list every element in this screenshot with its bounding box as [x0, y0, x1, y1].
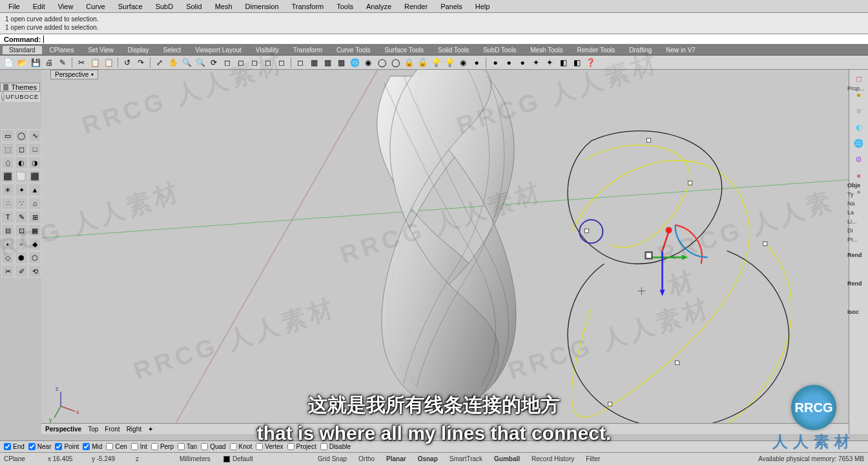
toolbar-icon[interactable]: 🔍: [181, 57, 192, 68]
vptab-add[interactable]: ✦: [148, 426, 153, 433]
panel-tab-icon[interactable]: ◐: [851, 120, 867, 134]
toolbar-icon[interactable]: ◉: [457, 57, 469, 68]
command-line[interactable]: Command:: [0, 34, 868, 45]
tab-subdtools[interactable]: SubD Tools: [477, 46, 522, 54]
menu-view[interactable]: View: [52, 1, 79, 12]
status-recordhistory[interactable]: Record History: [532, 455, 574, 462]
status-planar[interactable]: Planar: [386, 455, 406, 462]
menu-mesh[interactable]: Mesh: [209, 1, 238, 12]
osnap-disable[interactable]: Disable: [320, 443, 351, 450]
status-filter[interactable]: Filter: [586, 455, 600, 462]
toolbar-icon[interactable]: ◯: [389, 57, 401, 68]
vptab-perspective[interactable]: Perspective: [45, 426, 81, 433]
panel-tab-icon[interactable]: ≡: [851, 104, 867, 118]
menu-dimension[interactable]: Dimension: [240, 1, 285, 12]
osnap-vertex[interactable]: Vertex: [256, 443, 283, 450]
tab-setview[interactable]: Set View: [81, 46, 119, 54]
toolbar-icon[interactable]: ↷: [135, 57, 147, 68]
chevron-down-icon[interactable]: ▾: [91, 72, 94, 78]
toolbar-icon[interactable]: ✂: [76, 57, 87, 68]
toolbar-icon[interactable]: ●: [503, 57, 515, 68]
tab-standard[interactable]: Standard: [3, 46, 42, 54]
toolbar-icon[interactable]: ◻: [262, 57, 274, 68]
tab-drafting[interactable]: Drafting: [623, 46, 658, 54]
menu-subd[interactable]: SubD: [150, 1, 180, 12]
toolbar-icon[interactable]: 🌐: [349, 57, 360, 68]
toolbar-icon[interactable]: 💡: [430, 57, 442, 68]
toolbar-icon[interactable]: ◧: [557, 57, 569, 68]
toolbar-icon[interactable]: ↺: [121, 57, 133, 68]
toolbar-icon[interactable]: ✎: [57, 57, 68, 68]
tab-visibility[interactable]: Visibility: [249, 46, 285, 54]
osnap-tan[interactable]: Tan: [178, 443, 197, 450]
toolbar-icon[interactable]: ✦: [530, 57, 542, 68]
vptab-right[interactable]: Right: [127, 426, 141, 433]
toolbar-icon[interactable]: 💡: [444, 57, 455, 68]
menu-tools[interactable]: Tools: [331, 1, 359, 12]
osnap-knot[interactable]: Knot: [230, 443, 253, 450]
tab-cplanes[interactable]: CPlanes: [43, 46, 81, 54]
tab-select[interactable]: Select: [157, 46, 188, 54]
toolbar-icon[interactable]: ✋: [167, 57, 179, 68]
panel-tab-icon[interactable]: ⚙: [851, 152, 867, 167]
toolbar-icon[interactable]: ⤢: [154, 57, 165, 68]
vptab-top[interactable]: Top: [88, 426, 98, 433]
toolbar-icon[interactable]: ◻: [222, 57, 233, 68]
toolbar-icon[interactable]: ▦: [335, 57, 347, 68]
toolbar-icon[interactable]: ▦: [308, 57, 320, 68]
toolbar-icon[interactable]: 📂: [16, 57, 28, 68]
status-gridsnap[interactable]: Grid Snap: [318, 455, 347, 462]
toolbar-icon[interactable]: ◻: [276, 57, 287, 68]
status-layer[interactable]: Default: [223, 455, 256, 462]
tab-display[interactable]: Display: [121, 46, 156, 54]
toolbar-icon[interactable]: ●: [517, 57, 528, 68]
osnap-end[interactable]: End: [4, 443, 25, 450]
tab-meshtools[interactable]: Mesh Tools: [524, 46, 569, 54]
osnap-project[interactable]: Project: [287, 443, 316, 450]
toolbar-icon[interactable]: ◉: [362, 57, 374, 68]
status-osnap[interactable]: Osnap: [418, 455, 438, 462]
osnap-mid[interactable]: Mid: [83, 443, 102, 450]
tab-transform[interactable]: Transform: [287, 46, 329, 54]
status-ortho[interactable]: Ortho: [358, 455, 375, 462]
tab-rendertools[interactable]: Render Tools: [571, 46, 622, 54]
osnap-perp[interactable]: Perp: [151, 443, 174, 450]
menu-panels[interactable]: Panels: [435, 1, 468, 12]
toolbar-icon[interactable]: 🔓: [417, 57, 428, 68]
menu-render[interactable]: Render: [398, 1, 433, 12]
menu-surface[interactable]: Surface: [112, 1, 149, 12]
toolbar-icon[interactable]: ●: [471, 57, 482, 68]
toolbar-icon[interactable]: 📄: [3, 57, 14, 68]
toolbar-icon[interactable]: ◧: [571, 57, 583, 68]
toolbar-icon[interactable]: 🔒: [403, 57, 415, 68]
menu-edit[interactable]: Edit: [27, 1, 51, 12]
status-gumball[interactable]: Gumball: [494, 455, 520, 462]
toolbar-icon[interactable]: ◯: [376, 57, 388, 68]
panel-tab-icon[interactable]: 🌐: [851, 136, 867, 150]
tab-curvetools[interactable]: Curve Tools: [330, 46, 377, 54]
status-smarttrack[interactable]: SmartTrack: [450, 455, 482, 462]
toolbar-icon[interactable]: ◻: [235, 57, 247, 68]
toolbar-icon[interactable]: ⟳: [208, 57, 220, 68]
toolbar-icon[interactable]: ◻: [249, 57, 260, 68]
toolbar-icon[interactable]: ❓: [584, 57, 596, 68]
menu-curve[interactable]: Curve: [80, 1, 110, 12]
toolbar-icon[interactable]: 📋: [103, 57, 114, 68]
tab-vplayout[interactable]: Viewport Layout: [189, 46, 248, 54]
menu-transform[interactable]: Transform: [286, 1, 330, 12]
tab-solidtools[interactable]: Solid Tools: [431, 46, 475, 54]
osnap-quad[interactable]: Quad: [201, 443, 225, 450]
tab-newv7[interactable]: New in V7: [659, 46, 702, 54]
osnap-int[interactable]: Int: [131, 443, 147, 450]
menu-solid[interactable]: Solid: [180, 1, 207, 12]
toolbar-icon[interactable]: 💾: [30, 57, 41, 68]
osnap-cen[interactable]: Cen: [106, 443, 127, 450]
osnap-point[interactable]: Point: [55, 443, 79, 450]
vptab-front[interactable]: Front: [105, 426, 119, 433]
menu-file[interactable]: File: [3, 1, 26, 12]
toolbar-icon[interactable]: 🖨: [43, 57, 55, 68]
perspective-viewport[interactable]: Perspective▾: [41, 70, 849, 434]
tab-surfacetools[interactable]: Surface Tools: [378, 46, 430, 54]
toolbar-icon[interactable]: ▦: [322, 57, 333, 68]
menu-analyze[interactable]: Analyze: [360, 1, 397, 12]
